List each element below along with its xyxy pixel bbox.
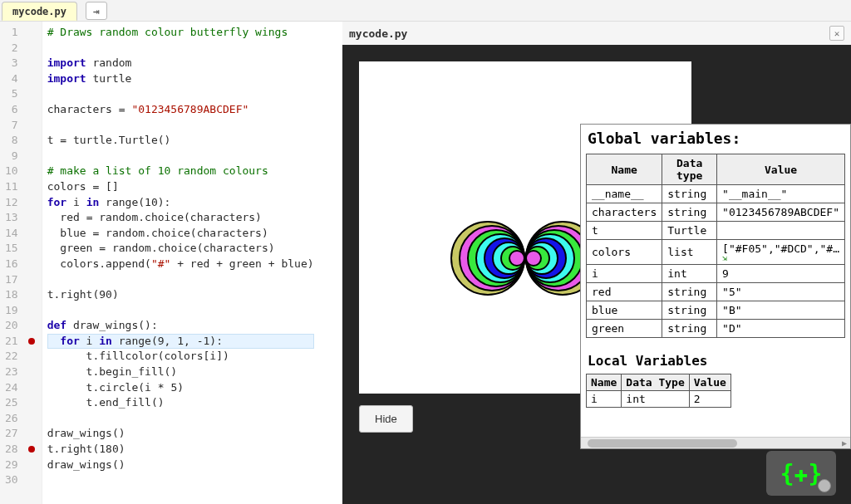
globals-title: Global variables:	[581, 125, 850, 152]
code-line[interactable]: t.right(90)	[47, 287, 314, 303]
line-number[interactable]: 12	[5, 195, 18, 211]
expand-icon[interactable]: ⇲	[722, 255, 839, 262]
code-line[interactable]	[47, 86, 314, 102]
line-number[interactable]: 3	[5, 56, 18, 71]
line-number[interactable]: 21	[5, 334, 18, 350]
code-line[interactable]	[47, 472, 314, 488]
code-line[interactable]	[47, 41, 314, 56]
table-row: iint2	[587, 391, 731, 408]
locals-title: Local Variables	[581, 345, 850, 374]
code-line[interactable]: red = random.choice(characters)	[47, 210, 314, 226]
code-line[interactable]: blue = random.choice(characters)	[47, 226, 314, 242]
scroll-right-icon[interactable]: ▶	[842, 438, 847, 448]
line-number[interactable]: 28	[5, 442, 18, 458]
code-line[interactable]: import random	[47, 56, 314, 71]
line-number[interactable]: 27	[5, 426, 18, 442]
helper-gadget[interactable]: {✚}	[766, 451, 836, 496]
lcol-name: Name	[587, 374, 622, 391]
line-number[interactable]: 26	[5, 411, 18, 427]
tab-bar: mycode.py ⇥	[0, 0, 851, 22]
hide-button[interactable]: Hide	[359, 405, 413, 433]
line-number[interactable]: 20	[5, 318, 18, 334]
line-number[interactable]: 4	[5, 71, 18, 87]
code-line[interactable]: colors.append("#" + red + green + blue)	[47, 257, 314, 272]
line-number[interactable]: 11	[5, 179, 18, 195]
line-number[interactable]: 16	[5, 257, 18, 272]
table-row: bluestring"B"	[587, 301, 845, 320]
line-number[interactable]: 7	[5, 118, 18, 134]
line-number[interactable]: 25	[5, 395, 18, 411]
code-line[interactable]: t.end_fill()	[47, 395, 314, 411]
table-row: colorslist["#F05","#DCD","#…⇲	[587, 240, 845, 265]
brace-icon: {✚}	[780, 460, 823, 487]
line-number[interactable]: 24	[5, 380, 18, 396]
line-number[interactable]: 23	[5, 365, 18, 380]
line-number[interactable]: 22	[5, 349, 18, 365]
globals-table: Name Data type Value __name__string"__ma…	[586, 154, 845, 338]
line-number[interactable]: 13	[5, 210, 18, 226]
tab-mycode[interactable]: mycode.py	[2, 2, 77, 21]
code-line[interactable]: # make a list of 10 random colours	[47, 164, 314, 179]
locals-table: Name Data Type Value iint2	[586, 374, 731, 408]
line-number[interactable]: 18	[5, 287, 18, 303]
line-number[interactable]: 1	[5, 25, 18, 41]
code-line[interactable]: draw_wings()	[47, 458, 314, 473]
code-line[interactable]: t.right(180)	[47, 442, 314, 458]
code-line[interactable]	[47, 411, 314, 427]
code-line[interactable]: green = random.choice(characters)	[47, 241, 314, 257]
line-number[interactable]: 17	[5, 272, 18, 288]
code-line[interactable]	[47, 272, 314, 288]
code-line[interactable]: def draw_wings():	[47, 318, 314, 334]
variables-panel[interactable]: Global variables: Name Data type Value _…	[580, 124, 851, 449]
output-title: mycode.py	[349, 27, 407, 40]
table-row: greenstring"D"	[587, 320, 845, 338]
line-number[interactable]: 6	[5, 102, 18, 118]
code-editor[interactable]: 1234567891011121314151617181920212223242…	[0, 22, 342, 504]
line-number[interactable]: 5	[5, 86, 18, 102]
output-panel: mycode.py ✕ Hide Global variables: Name …	[342, 22, 851, 504]
code-line[interactable]: characters = "0123456789ABCDEF"	[47, 102, 314, 118]
close-icon[interactable]: ✕	[829, 26, 844, 41]
table-row: tTurtle	[587, 222, 845, 240]
table-row: iint9	[587, 265, 845, 283]
code-line[interactable]: import turtle	[47, 71, 314, 87]
line-number[interactable]: 19	[5, 303, 18, 319]
col-type: Data type	[662, 154, 717, 185]
code-line[interactable]	[47, 118, 314, 134]
panel-hscrollbar[interactable]: ▶	[581, 437, 850, 448]
line-gutter: 1234567891011121314151617181920212223242…	[0, 22, 42, 504]
line-number[interactable]: 2	[5, 41, 18, 56]
output-titlebar: mycode.py ✕	[342, 22, 851, 45]
code-line[interactable]	[47, 149, 314, 164]
code-line[interactable]: t.fillcolor(colors[i])	[47, 349, 314, 365]
lcol-value: Value	[689, 374, 730, 391]
lcol-type: Data Type	[622, 374, 689, 391]
code-line[interactable]: for i in range(9, 1, -1):	[47, 334, 314, 350]
line-number[interactable]: 14	[5, 226, 18, 242]
code-line[interactable]: t = turtle.Turtle()	[47, 133, 314, 149]
table-row: charactersstring"0123456789ABCDEF"	[587, 203, 845, 222]
butterfly-drawing	[459, 221, 592, 296]
code-line[interactable]: draw_wings()	[47, 426, 314, 442]
line-number[interactable]: 30	[5, 472, 18, 488]
line-number[interactable]: 29	[5, 458, 18, 473]
code-line[interactable]: # Draws random colour butterfly wings	[47, 25, 314, 41]
step-button[interactable]: ⇥	[86, 2, 107, 20]
code-area[interactable]: # Draws random colour butterfly wings im…	[42, 22, 314, 504]
code-line[interactable]: t.circle(i * 5)	[47, 380, 314, 396]
line-number[interactable]: 10	[5, 164, 18, 179]
scrollbar-thumb[interactable]	[588, 439, 737, 448]
code-line[interactable]	[47, 303, 314, 319]
line-number[interactable]: 15	[5, 241, 18, 257]
code-line[interactable]: t.begin_fill()	[47, 365, 314, 380]
code-line[interactable]: colors = []	[47, 179, 314, 195]
code-line[interactable]: for i in range(10):	[47, 195, 314, 211]
col-name: Name	[587, 154, 662, 185]
avatar-icon	[818, 479, 831, 492]
table-row: __name__string"__main__"	[587, 185, 845, 203]
line-number[interactable]: 8	[5, 133, 18, 149]
line-number[interactable]: 9	[5, 149, 18, 164]
col-value: Value	[717, 154, 845, 185]
table-row: redstring"5"	[587, 283, 845, 301]
